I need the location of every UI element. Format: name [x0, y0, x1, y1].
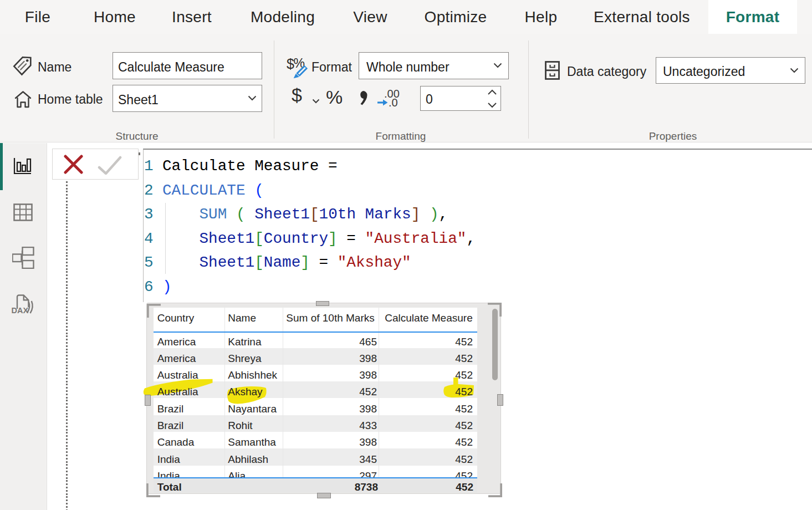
svg-text:DAX: DAX	[12, 306, 29, 315]
svg-text:.0: .0	[389, 96, 398, 108]
